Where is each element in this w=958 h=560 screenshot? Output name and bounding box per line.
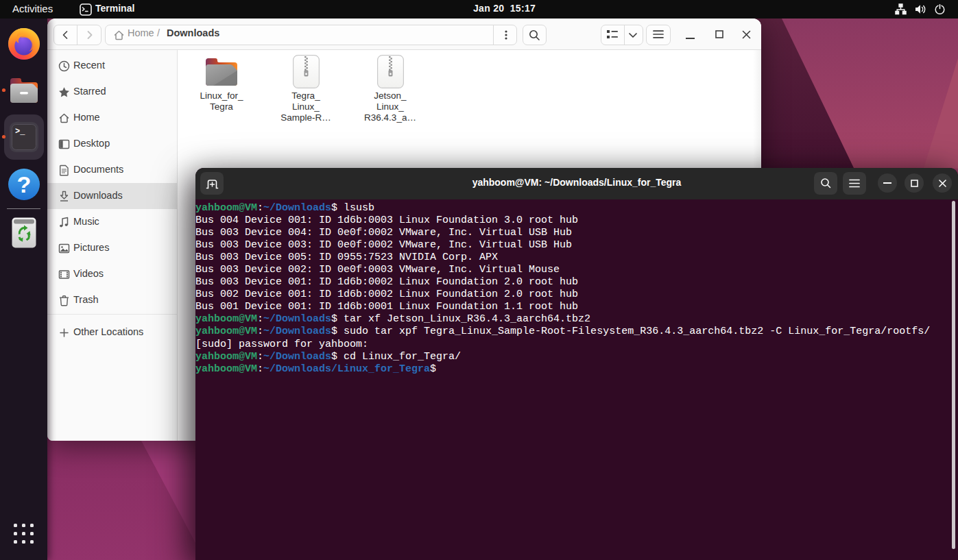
- svg-text:>_: >_: [15, 127, 25, 136]
- svg-text:?: ?: [17, 171, 32, 197]
